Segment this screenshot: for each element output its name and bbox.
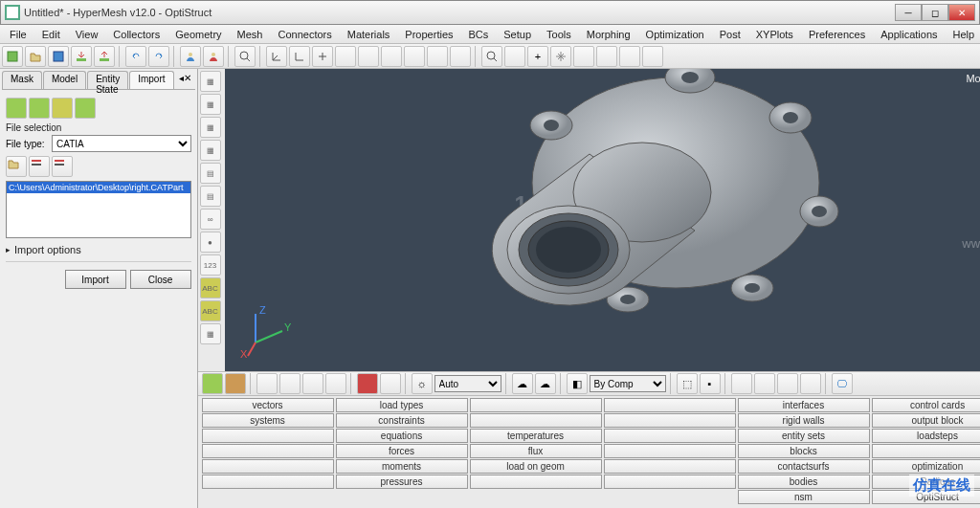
menu-tools[interactable]: Tools: [539, 27, 579, 42]
tab-close-icon[interactable]: ◂✕: [175, 71, 195, 89]
sb-12-icon[interactable]: ▦: [200, 323, 221, 344]
btn-c4-3[interactable]: [604, 429, 736, 443]
btn-load-types[interactable]: load types: [336, 398, 468, 412]
btn-entity-sets[interactable]: entity sets: [738, 429, 870, 443]
menu-setup[interactable]: Setup: [496, 27, 539, 42]
btn-c3-2[interactable]: [470, 413, 602, 428]
btn-moments[interactable]: moments: [336, 459, 468, 474]
btn-bodies[interactable]: bodies: [738, 475, 870, 489]
disp-6-icon[interactable]: [325, 373, 346, 394]
file-type-select[interactable]: CATIA: [52, 135, 191, 152]
btn-c4-2[interactable]: [604, 413, 736, 428]
menu-morphing[interactable]: Morphing: [579, 27, 638, 42]
menu-mesh[interactable]: Mesh: [230, 27, 271, 42]
menu-post[interactable]: Post: [712, 27, 748, 42]
minimize-button[interactable]: ─: [895, 4, 922, 21]
file-list[interactable]: C:\Users\Administrator\Desktop\right.CAT…: [6, 181, 191, 238]
tool-undo-icon[interactable]: [125, 46, 146, 67]
btn-flux[interactable]: flux: [470, 444, 602, 458]
tool-axis1-icon[interactable]: [266, 46, 287, 67]
tool-axis7-icon[interactable]: [404, 46, 425, 67]
sb-7-icon[interactable]: ∞: [200, 209, 221, 230]
import-opt2-icon[interactable]: [29, 98, 50, 119]
menu-help[interactable]: Help: [946, 27, 980, 42]
tool-orbit-icon[interactable]: [642, 46, 663, 67]
tool-axis9-icon[interactable]: [450, 46, 471, 67]
menu-file[interactable]: File: [2, 27, 34, 42]
menu-connectors[interactable]: Connectors: [270, 27, 339, 42]
disp-light-icon[interactable]: ☼: [412, 373, 433, 394]
disp-shade-icon[interactable]: ▪: [700, 373, 721, 394]
disp-d-icon[interactable]: [800, 373, 821, 394]
sb-11-icon[interactable]: ABC: [200, 300, 221, 321]
tab-model[interactable]: Model: [43, 71, 86, 89]
tool-user2-icon[interactable]: [203, 46, 224, 67]
btn-c1-3[interactable]: [202, 429, 334, 443]
disp-4-icon[interactable]: [279, 373, 301, 394]
btn-c4-5[interactable]: [604, 459, 736, 474]
btn-c4-4[interactable]: [604, 444, 736, 458]
menu-preferences[interactable]: Preferences: [801, 27, 873, 42]
btn-control-cards[interactable]: control cards: [872, 398, 980, 412]
bycomp-select[interactable]: By Comp: [590, 375, 666, 392]
menu-edit[interactable]: Edit: [34, 27, 68, 42]
btn-loadsteps[interactable]: loadsteps: [872, 429, 980, 443]
btn-forces[interactable]: forces: [336, 444, 468, 458]
tab-entity-state[interactable]: Entity State: [87, 71, 128, 89]
disp-cloud-icon[interactable]: ☁: [512, 373, 533, 394]
menu-materials[interactable]: Materials: [340, 27, 398, 42]
disp-monitor-icon[interactable]: 🖵: [832, 373, 853, 394]
tool-zoom-icon[interactable]: [481, 46, 502, 67]
menu-optimization[interactable]: Optimization: [638, 27, 712, 42]
tool-axis3-icon[interactable]: [312, 46, 333, 67]
sb-10-icon[interactable]: ABC: [200, 277, 221, 298]
btn-c1-5[interactable]: [202, 459, 334, 474]
disp-8-icon[interactable]: [380, 373, 401, 394]
disp-cloud2-icon[interactable]: ☁: [535, 373, 556, 394]
btn-c3-1[interactable]: [470, 398, 602, 412]
sb-5-icon[interactable]: ▤: [200, 163, 221, 184]
tool-axis6-icon[interactable]: [381, 46, 402, 67]
btn-rigid-walls[interactable]: rigid walls: [738, 413, 870, 428]
btn-c4-1[interactable]: [604, 398, 736, 412]
btn-c3-6[interactable]: [470, 475, 602, 489]
btn-load-on-geom[interactable]: load on geom: [470, 459, 602, 474]
tool-rotate2-icon[interactable]: [596, 46, 617, 67]
tool-rotate-icon[interactable]: [573, 46, 594, 67]
sb-8-icon[interactable]: ●: [200, 232, 221, 253]
btn-c1-4[interactable]: [202, 444, 334, 458]
disp-1-icon[interactable]: [202, 373, 223, 394]
tool-import-icon[interactable]: [71, 46, 92, 67]
btn-c6-4[interactable]: [872, 444, 980, 458]
tool-new-icon[interactable]: [2, 46, 23, 67]
sb-9-icon[interactable]: 123: [200, 254, 221, 276]
disp-a-icon[interactable]: [731, 373, 752, 394]
tool-zoomwin-icon[interactable]: [504, 46, 525, 67]
tool-spin-icon[interactable]: [619, 46, 640, 67]
disp-2-icon[interactable]: [225, 373, 246, 394]
disp-cube-icon[interactable]: ◧: [567, 373, 588, 394]
list1-icon[interactable]: [29, 156, 50, 177]
import-options-toggle[interactable]: Import options: [6, 244, 191, 255]
tool-user-icon[interactable]: [180, 46, 201, 67]
disp-7-icon[interactable]: [357, 373, 378, 394]
tab-mask[interactable]: Mask: [2, 71, 42, 89]
menu-xyplots[interactable]: XYPlots: [748, 27, 801, 42]
menu-bcs[interactable]: BCs: [461, 27, 497, 42]
sb-3-icon[interactable]: ▦: [200, 117, 221, 138]
btn-c1-6[interactable]: [202, 475, 334, 489]
tool-axis4-icon[interactable]: [335, 46, 356, 67]
btn-constraints[interactable]: constraints: [336, 413, 468, 428]
tool-axis8-icon[interactable]: [427, 46, 448, 67]
close-button[interactable]: ✕: [948, 4, 975, 21]
btn-c4-6[interactable]: [604, 475, 736, 489]
import-opt1-icon[interactable]: [6, 98, 27, 119]
disp-3-icon[interactable]: [256, 373, 278, 394]
close-panel-button[interactable]: Close: [130, 270, 191, 289]
tool-open-icon[interactable]: [25, 46, 46, 67]
sb-1-icon[interactable]: ▦: [200, 71, 221, 92]
disp-5-icon[interactable]: [302, 373, 323, 394]
btn-contactsurfs[interactable]: contactsurfs: [738, 459, 870, 474]
tool-zoomin-icon[interactable]: +: [527, 46, 548, 67]
btn-interfaces[interactable]: interfaces: [738, 398, 870, 412]
